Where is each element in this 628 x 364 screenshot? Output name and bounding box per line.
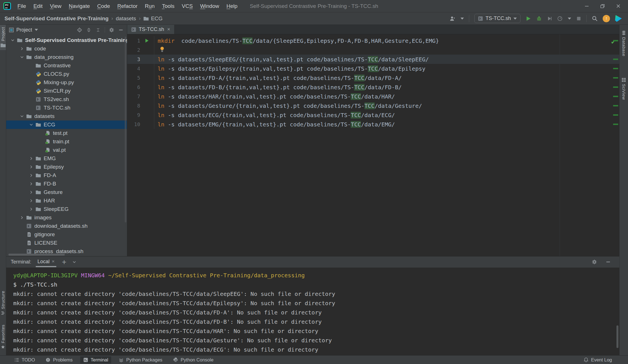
code-editor[interactable]: ✔ 1mkdir code/baselines/TS-TCC/data/{Sle… bbox=[127, 34, 619, 256]
menu-edit[interactable]: Edit bbox=[30, 1, 46, 11]
restore-icon[interactable] bbox=[599, 3, 605, 9]
code-line-8[interactable]: 8ln -s datasets/Gesture/{train,val,test}… bbox=[127, 101, 619, 110]
menu-code[interactable]: Code bbox=[93, 1, 113, 11]
sidebar-item-sciview[interactable]: SciView bbox=[620, 75, 628, 102]
chevron-right-icon[interactable] bbox=[28, 190, 35, 195]
tab-ts-tcc-sh[interactable]: TS-TCC.sh × bbox=[127, 25, 175, 34]
menu-help[interactable]: Help bbox=[223, 1, 241, 11]
tree-item-datasets[interactable]: datasets bbox=[6, 112, 127, 120]
locate-file-icon[interactable] bbox=[77, 27, 82, 33]
tree-item-sleepeeg[interactable]: SleepEEG bbox=[6, 205, 127, 213]
project-tree-vertical-scrollbar[interactable] bbox=[125, 37, 126, 222]
code-line-5[interactable]: 5ln -s datasets/FD-A/{train,val,test}.pt… bbox=[127, 73, 619, 82]
chevron-down-icon[interactable] bbox=[72, 260, 77, 264]
sidebar-item-favorites[interactable]: Favorites bbox=[0, 322, 6, 351]
chevron-right-icon[interactable] bbox=[28, 165, 35, 169]
run-configuration-select[interactable]: TS-TCC.sh bbox=[474, 14, 520, 23]
terminal-output[interactable]: ydy@LAPTOP-IDL3GIPV MINGW64 ~/Self-Super… bbox=[6, 268, 619, 355]
chevron-right-icon[interactable] bbox=[28, 198, 35, 203]
statusbar-item-todo[interactable]: TODO bbox=[11, 356, 38, 363]
minimize-icon[interactable] bbox=[584, 3, 590, 9]
tree-item-train-pt[interactable]: Ctrain.pt bbox=[6, 137, 127, 146]
chevron-down-icon[interactable] bbox=[35, 29, 38, 31]
chevron-down-icon[interactable] bbox=[461, 17, 464, 20]
tree-item-har[interactable]: HAR bbox=[6, 196, 127, 205]
close-terminal-tab-icon[interactable]: × bbox=[52, 259, 55, 264]
new-terminal-session-icon[interactable]: + bbox=[61, 259, 68, 265]
menu-run[interactable]: Run bbox=[141, 1, 158, 11]
run-button[interactable] bbox=[526, 16, 531, 21]
menu-view[interactable]: View bbox=[46, 1, 65, 11]
close-icon[interactable] bbox=[615, 3, 621, 9]
tree-item-license[interactable]: LICENSE bbox=[6, 239, 127, 247]
profiler-button[interactable] bbox=[557, 16, 563, 21]
project-panel-title[interactable]: Project bbox=[16, 27, 32, 33]
breadcrumb-item[interactable]: datasets bbox=[116, 15, 136, 22]
tree-item-mixing-up-py[interactable]: Mixing-up.py bbox=[6, 78, 127, 87]
code-line-4[interactable]: 4ln -s datasets/Epilepsy/{train,val,test… bbox=[127, 64, 619, 73]
tree-item-code[interactable]: code bbox=[6, 44, 127, 53]
tree-item-ecg[interactable]: ECG bbox=[6, 120, 127, 129]
terminal-scrollbar[interactable] bbox=[616, 325, 618, 348]
tree-item-self-supervised-contrastive-pre-training[interactable]: Self-Supervised Contrastive Pre-Training bbox=[6, 36, 127, 44]
chevron-down-icon[interactable] bbox=[9, 38, 16, 43]
tree-item-ts2vec-sh[interactable]: TS2vec.sh bbox=[6, 95, 127, 104]
tree-item-test-pt[interactable]: Ctest.pt bbox=[6, 129, 127, 137]
tree-item-epilepsy[interactable]: Epilepsy bbox=[6, 163, 127, 171]
chevron-down-icon[interactable] bbox=[18, 114, 26, 119]
debug-button[interactable] bbox=[536, 16, 542, 21]
chevron-right-icon[interactable] bbox=[28, 182, 35, 186]
tree-item-gesture[interactable]: Gesture bbox=[6, 188, 127, 196]
hide-panel-icon[interactable] bbox=[605, 259, 611, 265]
tree-item-emg[interactable]: EMG bbox=[6, 154, 127, 163]
user-icon[interactable] bbox=[449, 16, 455, 21]
sidebar-item-database[interactable]: Database bbox=[620, 28, 628, 59]
jetbrains-toolbox-icon[interactable] bbox=[615, 15, 622, 22]
statusbar-item-terminal[interactable]: Terminal bbox=[80, 356, 111, 363]
menu-window[interactable]: Window bbox=[196, 1, 223, 11]
menu-tools[interactable]: Tools bbox=[158, 1, 178, 11]
menu-vcs[interactable]: VCS bbox=[178, 1, 196, 11]
statusbar-item-event-log[interactable]: Event Log bbox=[580, 356, 615, 363]
tree-item-simclr-py[interactable]: SimCLR.py bbox=[6, 87, 127, 95]
tree-item-download-datasets-sh[interactable]: download_datasets.sh bbox=[6, 222, 127, 230]
tree-item-val-pt[interactable]: Cval.pt bbox=[6, 146, 127, 154]
project-tree-horizontal-scrollbar[interactable] bbox=[8, 254, 65, 256]
sidebar-item-project[interactable]: Project bbox=[0, 25, 6, 50]
chevron-down-icon[interactable] bbox=[18, 55, 26, 59]
chevron-right-icon[interactable] bbox=[18, 215, 26, 220]
expand-all-icon[interactable] bbox=[86, 27, 91, 33]
breadcrumb-item[interactable]: ECG bbox=[143, 15, 162, 22]
tree-item-contrastive[interactable]: Contrastive bbox=[6, 61, 127, 70]
chevron-right-icon[interactable] bbox=[28, 156, 35, 161]
code-line-6[interactable]: 6ln -s datasets/FD-B/{train,val,test}.pt… bbox=[127, 82, 619, 92]
code-line-3[interactable]: 3ln -s datasets/SleepEEG/{train,val,test… bbox=[127, 55, 619, 64]
chevron-right-icon[interactable] bbox=[18, 46, 26, 51]
code-line-9[interactable]: 9ln -s datasets/ECG/{train,val,test}.pt … bbox=[127, 110, 619, 120]
run-with-coverage-button[interactable] bbox=[547, 16, 552, 21]
chevron-right-icon[interactable] bbox=[28, 173, 35, 178]
statusbar-item-python-console[interactable]: Python Console bbox=[170, 356, 217, 363]
hide-panel-icon[interactable] bbox=[118, 27, 124, 33]
chevron-down-icon[interactable] bbox=[28, 122, 35, 127]
terminal-tab-local[interactable]: Local × bbox=[36, 257, 56, 267]
tree-item-clocs-py[interactable]: CLOCS.py bbox=[6, 70, 127, 78]
breadcrumb-item[interactable]: Self-Supervised Contrastive Pre-Training bbox=[5, 15, 109, 22]
close-tab-icon[interactable]: × bbox=[167, 26, 170, 32]
tree-item-ts-tcc-sh[interactable]: TS-TCC.sh bbox=[6, 104, 127, 112]
search-everywhere-icon[interactable] bbox=[592, 15, 598, 21]
code-line-1[interactable]: 1mkdir code/baselines/TS-TCC/data/{Sleep… bbox=[127, 36, 619, 45]
code-line-10[interactable]: 10ln -s datasets/EMG/{train,val,test}.pt… bbox=[127, 120, 619, 129]
sidebar-item-structure[interactable]: Structure bbox=[0, 289, 6, 317]
stop-button[interactable] bbox=[576, 16, 581, 21]
update-available-icon[interactable]: ↑ bbox=[603, 15, 610, 22]
menu-file[interactable]: File bbox=[14, 1, 30, 11]
tree-item-gitignore[interactable]: gitignore bbox=[6, 230, 127, 239]
chevron-right-icon[interactable] bbox=[28, 207, 35, 211]
statusbar-item-python-packages[interactable]: Python Packages bbox=[116, 356, 165, 363]
tree-item-images[interactable]: images bbox=[6, 213, 127, 222]
gear-icon[interactable] bbox=[592, 259, 597, 265]
code-line-7[interactable]: 7ln -s datasets/HAR/{train,val,test}.pt … bbox=[127, 92, 619, 101]
menu-navigate[interactable]: Navigate bbox=[65, 1, 93, 11]
menu-refactor[interactable]: Refactor bbox=[114, 1, 141, 11]
